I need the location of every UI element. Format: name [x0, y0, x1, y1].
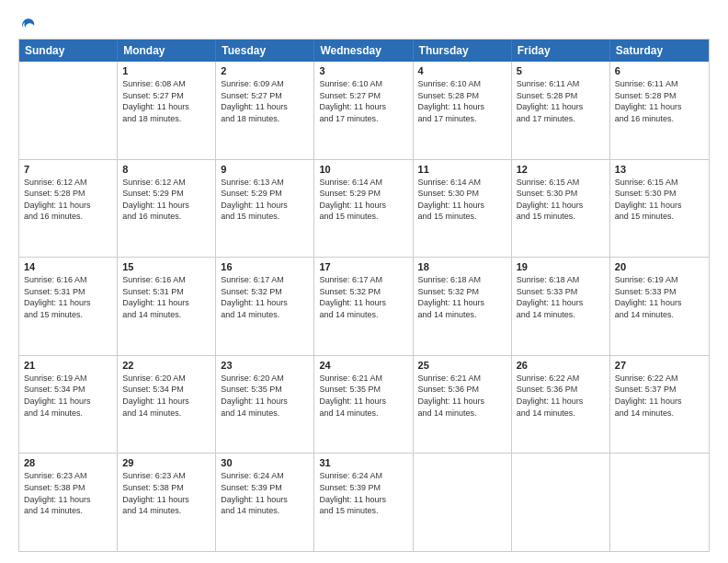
- day-number: 29: [122, 457, 210, 468]
- day-info: Sunrise: 6:15 AM Sunset: 5:30 PM Dayligh…: [517, 177, 605, 223]
- day-number: 13: [615, 164, 704, 175]
- calendar-day-cell: 14Sunrise: 6:16 AM Sunset: 5:31 PM Dayli…: [19, 258, 118, 355]
- day-number: 12: [517, 164, 605, 175]
- calendar-day-cell: 3Sunrise: 6:10 AM Sunset: 5:27 PM Daylig…: [314, 62, 413, 159]
- calendar-day-cell: 16Sunrise: 6:17 AM Sunset: 5:32 PM Dayli…: [216, 258, 314, 355]
- calendar-day-cell: 21Sunrise: 6:19 AM Sunset: 5:34 PM Dayli…: [19, 356, 118, 454]
- day-number: 9: [221, 164, 309, 175]
- calendar-day-cell: 15Sunrise: 6:16 AM Sunset: 5:31 PM Dayli…: [118, 258, 216, 355]
- day-number: 17: [319, 261, 407, 272]
- calendar-day-cell: 17Sunrise: 6:17 AM Sunset: 5:32 PM Dayli…: [314, 258, 413, 355]
- day-info: Sunrise: 6:09 AM Sunset: 5:27 PM Dayligh…: [221, 78, 309, 124]
- day-info: Sunrise: 6:16 AM Sunset: 5:31 PM Dayligh…: [24, 274, 112, 320]
- calendar-day-cell: 13Sunrise: 6:15 AM Sunset: 5:30 PM Dayli…: [610, 160, 709, 258]
- day-number: 24: [319, 360, 407, 371]
- calendar: SundayMondayTuesdayWednesdayThursdayFrid…: [18, 39, 710, 552]
- day-number: 19: [517, 261, 605, 272]
- day-number: 25: [418, 360, 506, 371]
- day-info: Sunrise: 6:14 AM Sunset: 5:30 PM Dayligh…: [418, 177, 506, 223]
- calendar-week-row: 21Sunrise: 6:19 AM Sunset: 5:34 PM Dayli…: [19, 356, 709, 454]
- calendar-day-cell: 29Sunrise: 6:23 AM Sunset: 5:38 PM Dayli…: [118, 454, 216, 551]
- calendar-day-cell: [19, 62, 118, 159]
- day-number: 2: [221, 65, 309, 76]
- calendar-header-cell: Monday: [118, 40, 216, 62]
- day-info: Sunrise: 6:22 AM Sunset: 5:37 PM Dayligh…: [615, 373, 704, 419]
- day-info: Sunrise: 6:17 AM Sunset: 5:32 PM Dayligh…: [221, 274, 309, 320]
- day-info: Sunrise: 6:15 AM Sunset: 5:30 PM Dayligh…: [615, 177, 704, 223]
- day-info: Sunrise: 6:23 AM Sunset: 5:38 PM Dayligh…: [24, 470, 112, 516]
- day-number: 1: [122, 65, 210, 76]
- day-number: 5: [517, 65, 605, 76]
- day-info: Sunrise: 6:18 AM Sunset: 5:33 PM Dayligh…: [517, 274, 605, 320]
- calendar-header-cell: Thursday: [414, 40, 512, 62]
- day-info: Sunrise: 6:20 AM Sunset: 5:34 PM Dayligh…: [122, 373, 210, 419]
- day-number: 21: [24, 360, 112, 371]
- calendar-day-cell: 25Sunrise: 6:21 AM Sunset: 5:36 PM Dayli…: [414, 356, 512, 454]
- header: [18, 17, 710, 33]
- day-info: Sunrise: 6:10 AM Sunset: 5:28 PM Dayligh…: [418, 78, 506, 124]
- calendar-day-cell: 18Sunrise: 6:18 AM Sunset: 5:32 PM Dayli…: [414, 258, 512, 355]
- day-number: 7: [24, 164, 112, 175]
- calendar-header-cell: Friday: [512, 40, 610, 62]
- day-info: Sunrise: 6:19 AM Sunset: 5:33 PM Dayligh…: [615, 274, 704, 320]
- day-info: Sunrise: 6:23 AM Sunset: 5:38 PM Dayligh…: [122, 470, 210, 516]
- calendar-header-cell: Sunday: [19, 40, 118, 62]
- day-info: Sunrise: 6:16 AM Sunset: 5:31 PM Dayligh…: [122, 274, 210, 320]
- calendar-day-cell: 31Sunrise: 6:24 AM Sunset: 5:39 PM Dayli…: [314, 454, 413, 551]
- calendar-header-cell: Saturday: [610, 40, 709, 62]
- day-info: Sunrise: 6:14 AM Sunset: 5:29 PM Dayligh…: [319, 177, 407, 223]
- day-number: 31: [319, 457, 407, 468]
- calendar-day-cell: 8Sunrise: 6:12 AM Sunset: 5:29 PM Daylig…: [118, 160, 216, 258]
- logo-bird-icon: [20, 17, 37, 33]
- day-number: 14: [24, 261, 112, 272]
- calendar-day-cell: 9Sunrise: 6:13 AM Sunset: 5:29 PM Daylig…: [216, 160, 314, 258]
- day-number: 23: [221, 360, 309, 371]
- calendar-day-cell: [610, 454, 709, 551]
- day-info: Sunrise: 6:19 AM Sunset: 5:34 PM Dayligh…: [24, 373, 112, 419]
- page: SundayMondayTuesdayWednesdayThursdayFrid…: [0, 0, 728, 563]
- calendar-header-cell: Tuesday: [216, 40, 314, 62]
- calendar-day-cell: 22Sunrise: 6:20 AM Sunset: 5:34 PM Dayli…: [118, 356, 216, 454]
- day-info: Sunrise: 6:21 AM Sunset: 5:36 PM Dayligh…: [418, 373, 506, 419]
- day-number: 26: [517, 360, 605, 371]
- day-info: Sunrise: 6:12 AM Sunset: 5:28 PM Dayligh…: [24, 177, 112, 223]
- day-info: Sunrise: 6:13 AM Sunset: 5:29 PM Dayligh…: [221, 177, 309, 223]
- calendar-header-cell: Wednesday: [314, 40, 413, 62]
- day-info: Sunrise: 6:11 AM Sunset: 5:28 PM Dayligh…: [615, 78, 704, 124]
- calendar-day-cell: 19Sunrise: 6:18 AM Sunset: 5:33 PM Dayli…: [512, 258, 610, 355]
- day-info: Sunrise: 6:11 AM Sunset: 5:28 PM Dayligh…: [517, 78, 605, 124]
- calendar-day-cell: [512, 454, 610, 551]
- calendar-day-cell: 27Sunrise: 6:22 AM Sunset: 5:37 PM Dayli…: [610, 356, 709, 454]
- day-number: 10: [319, 164, 407, 175]
- day-info: Sunrise: 6:18 AM Sunset: 5:32 PM Dayligh…: [418, 274, 506, 320]
- calendar-week-row: 28Sunrise: 6:23 AM Sunset: 5:38 PM Dayli…: [19, 454, 709, 551]
- calendar-day-cell: 7Sunrise: 6:12 AM Sunset: 5:28 PM Daylig…: [19, 160, 118, 258]
- day-number: 18: [418, 261, 506, 272]
- calendar-day-cell: 10Sunrise: 6:14 AM Sunset: 5:29 PM Dayli…: [314, 160, 413, 258]
- day-number: 3: [319, 65, 407, 76]
- calendar-day-cell: 26Sunrise: 6:22 AM Sunset: 5:36 PM Dayli…: [512, 356, 610, 454]
- day-number: 20: [615, 261, 704, 272]
- calendar-day-cell: [414, 454, 512, 551]
- calendar-day-cell: 20Sunrise: 6:19 AM Sunset: 5:33 PM Dayli…: [610, 258, 709, 355]
- calendar-day-cell: 28Sunrise: 6:23 AM Sunset: 5:38 PM Dayli…: [19, 454, 118, 551]
- calendar-day-cell: 11Sunrise: 6:14 AM Sunset: 5:30 PM Dayli…: [414, 160, 512, 258]
- day-info: Sunrise: 6:22 AM Sunset: 5:36 PM Dayligh…: [517, 373, 605, 419]
- calendar-body: 1Sunrise: 6:08 AM Sunset: 5:27 PM Daylig…: [19, 62, 709, 551]
- day-number: 22: [122, 360, 210, 371]
- day-info: Sunrise: 6:17 AM Sunset: 5:32 PM Dayligh…: [319, 274, 407, 320]
- day-info: Sunrise: 6:08 AM Sunset: 5:27 PM Dayligh…: [122, 78, 210, 124]
- calendar-day-cell: 30Sunrise: 6:24 AM Sunset: 5:39 PM Dayli…: [216, 454, 314, 551]
- day-info: Sunrise: 6:12 AM Sunset: 5:29 PM Dayligh…: [122, 177, 210, 223]
- calendar-day-cell: 24Sunrise: 6:21 AM Sunset: 5:35 PM Dayli…: [314, 356, 413, 454]
- calendar-day-cell: 1Sunrise: 6:08 AM Sunset: 5:27 PM Daylig…: [118, 62, 216, 159]
- day-info: Sunrise: 6:21 AM Sunset: 5:35 PM Dayligh…: [319, 373, 407, 419]
- day-number: 15: [122, 261, 210, 272]
- logo: [18, 17, 37, 33]
- day-number: 28: [24, 457, 112, 468]
- calendar-day-cell: 6Sunrise: 6:11 AM Sunset: 5:28 PM Daylig…: [610, 62, 709, 159]
- day-number: 30: [221, 457, 309, 468]
- calendar-day-cell: 2Sunrise: 6:09 AM Sunset: 5:27 PM Daylig…: [216, 62, 314, 159]
- day-info: Sunrise: 6:10 AM Sunset: 5:27 PM Dayligh…: [319, 78, 407, 124]
- day-number: 8: [122, 164, 210, 175]
